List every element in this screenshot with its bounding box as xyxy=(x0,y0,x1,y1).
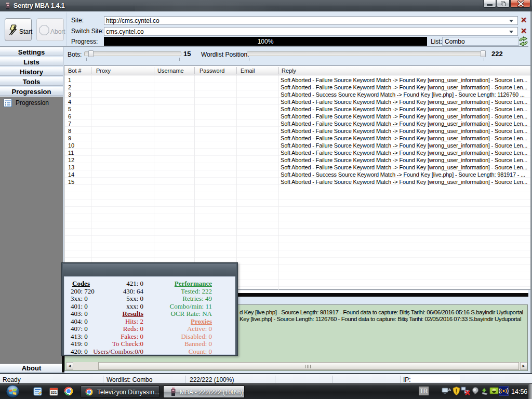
svg-text:321: 321 xyxy=(51,391,57,394)
